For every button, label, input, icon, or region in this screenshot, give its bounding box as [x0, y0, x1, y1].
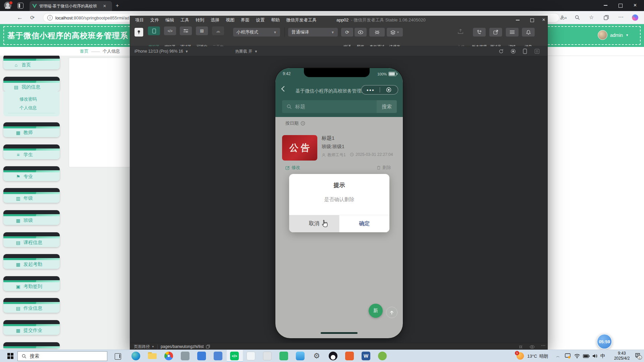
taskbar-app-blue-1[interactable] [197, 352, 206, 360]
sidebar-item-my-info[interactable]: ▤我的信息 [3, 77, 60, 92]
taskbar-app-word[interactable]: W [362, 352, 370, 360]
sidebar-item-submit-homework[interactable]: ▦提交作业 [3, 320, 60, 335]
dialog-cancel-button[interactable]: 取消 [289, 215, 339, 232]
sidebar-item-courses[interactable]: ▤课程信息 [3, 232, 60, 247]
search-button[interactable]: 搜索 [377, 100, 397, 113]
taskbar-app-qq[interactable] [329, 352, 337, 360]
browser-menu-icon[interactable]: ⋯ [618, 14, 624, 20]
test-account-button[interactable] [489, 28, 502, 37]
menu-file[interactable]: 文件 [150, 17, 159, 23]
menu-tools[interactable]: 工具 [180, 17, 189, 23]
task-view-icon[interactable] [115, 353, 121, 360]
sidebar-item-homework[interactable]: ▤作业信息 [3, 298, 60, 313]
taskbar-app-document[interactable] [263, 352, 272, 360]
search-input[interactable]: 标题 [282, 100, 377, 113]
start-button[interactable] [7, 353, 13, 359]
details-button[interactable] [506, 28, 519, 37]
sidebar-item-classes[interactable]: ▦班级 [3, 210, 60, 225]
upload-button[interactable] [458, 28, 464, 35]
browser-tab[interactable]: 管理端-基于微信小程序的高校班 ✕ [30, 1, 112, 11]
dialog-confirm-button[interactable]: 确定 [339, 215, 389, 232]
menu-edit[interactable]: 编辑 [165, 17, 174, 23]
taskbar-app-face[interactable] [296, 352, 305, 360]
taskbar-app-green-2[interactable] [378, 352, 387, 360]
statusbar-eye-icon[interactable] [530, 345, 535, 349]
taskbar-app-notepad[interactable] [247, 352, 255, 360]
devtools-minimize-button[interactable] [516, 20, 520, 20]
favorites-star-icon[interactable]: ☆ [589, 14, 594, 20]
menu-wechat-devtools[interactable]: 微信开发者工具 [286, 17, 317, 23]
rotate-icon[interactable] [498, 49, 504, 54]
taskbar-search-box[interactable]: 搜索 [17, 351, 107, 361]
messages-button[interactable] [522, 28, 535, 37]
refresh-icon[interactable]: ⟳ [30, 14, 35, 21]
visualize-button[interactable]: ⊞ [196, 26, 208, 35]
edit-button[interactable]: 修改 [285, 165, 300, 171]
weather-icon[interactable]: 1 [517, 352, 524, 360]
menu-settings[interactable]: 设置 [256, 17, 265, 23]
compile-button[interactable]: ⟳ [341, 28, 353, 37]
tray-cast-icon[interactable] [565, 353, 571, 359]
device-frame-icon[interactable] [523, 49, 527, 54]
sidebar-item-grades[interactable]: ▥年级 [3, 188, 60, 203]
statusbar-debug-icon[interactable] [519, 345, 523, 349]
workspaces-icon[interactable] [17, 3, 23, 9]
sidebar-item-start-attendance[interactable]: ▦发起考勤 [3, 254, 60, 269]
taskbar-app-file-explorer[interactable] [148, 352, 157, 359]
window-minimize-button[interactable] [604, 5, 607, 6]
clear-cache-button[interactable]: ▼ [387, 28, 403, 37]
devtools-titlebar[interactable]: 项目 文件 编辑 工具 转到 选择 视图 界面 设置 帮助 微信开发者工具 ap… [130, 16, 547, 24]
weather-text[interactable]: 13°C 晴朗 [527, 350, 548, 362]
version-control-button[interactable] [473, 28, 486, 37]
page-path-selector[interactable]: 页面路径 ▼ [130, 344, 154, 350]
back-chevron-icon[interactable] [281, 86, 287, 92]
zoom-icon[interactable] [575, 15, 580, 20]
menu-goto[interactable]: 转到 [196, 17, 204, 23]
debugger-button[interactable] [180, 26, 192, 35]
menu-help[interactable]: 帮助 [271, 17, 280, 23]
taskbar-app-orange[interactable] [345, 352, 354, 360]
record-icon[interactable] [511, 49, 516, 54]
window-maximize-button[interactable] [619, 4, 623, 8]
taskbar-app-wechat-devtools[interactable]: </> [230, 352, 239, 360]
tab-close-icon[interactable]: ✕ [103, 4, 106, 8]
taskbar-app-screenshot[interactable] [181, 352, 190, 360]
tray-expand-icon[interactable]: ︿ [556, 354, 560, 359]
back-to-top-fab[interactable] [386, 307, 397, 318]
taskbar-app-chrome[interactable] [164, 352, 173, 360]
copilot-icon[interactable] [632, 14, 638, 21]
preview-button[interactable] [355, 28, 367, 37]
focus-timer-bubble[interactable]: 05:59 [597, 334, 612, 349]
screenshot-icon[interactable] [534, 49, 540, 54]
sidebar-subitem-personal-info[interactable]: 个人信息 [19, 105, 37, 111]
notification-center-icon[interactable]: 1 [635, 353, 640, 358]
copy-icon[interactable] [206, 345, 210, 349]
add-new-fab[interactable]: 新 [369, 304, 383, 318]
devtools-maximize-button[interactable] [530, 18, 534, 22]
sidebar-item-attendance-checkin[interactable]: ▣考勤签到 [3, 276, 60, 291]
menu-view[interactable]: 视图 [226, 17, 234, 23]
pin-button[interactable] [135, 28, 143, 37]
cloud-dev-button[interactable]: ☁ [212, 26, 224, 35]
new-tab-button[interactable]: + [116, 3, 119, 9]
capsule-close-icon[interactable] [380, 87, 398, 93]
notice-title[interactable]: 标题1 [322, 135, 334, 141]
tray-volume-icon[interactable] [592, 354, 598, 358]
breadcrumb-home[interactable]: 首页 [80, 48, 89, 54]
editor-button[interactable]: </> [164, 26, 176, 35]
tray-wifi-icon[interactable] [574, 354, 580, 358]
taskbar-app-green[interactable] [279, 352, 288, 360]
remote-debug-button[interactable] [369, 28, 385, 37]
taskbar-app-blue-2[interactable] [214, 352, 222, 360]
sidebar-subitem-change-password[interactable]: 修改密码 [19, 96, 37, 102]
devtools-close-button[interactable]: ✕ [542, 17, 545, 22]
window-close-button[interactable]: ✕ [633, 3, 637, 8]
menu-select[interactable]: 选择 [211, 17, 219, 23]
sidebar-item-teachers[interactable]: ▦教师 [3, 122, 60, 137]
back-icon[interactable]: ← [17, 14, 23, 21]
sidebar-item-home[interactable]: ⌂首页 [3, 56, 60, 69]
taskbar-app-settings[interactable]: ⚙ [312, 352, 321, 360]
sidebar-item-students[interactable]: ≡学生 [3, 144, 60, 159]
sidebar-item-partial[interactable] [3, 342, 60, 348]
compile-mode-select[interactable]: 普通编译▼ [288, 28, 338, 37]
